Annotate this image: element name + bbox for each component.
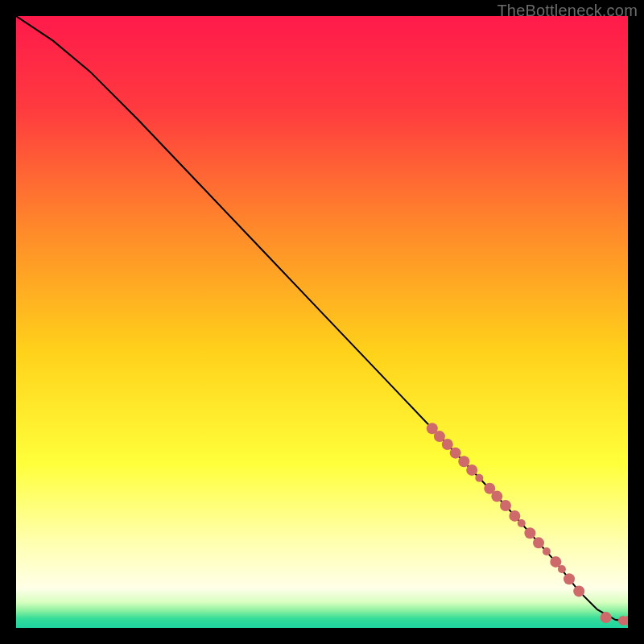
highlight-point [475,474,483,482]
highlight-point [573,585,584,597]
highlight-point [564,573,575,584]
highlight-point [450,448,461,459]
highlight-point [524,527,535,539]
highlight-point [601,612,612,623]
highlight-point [509,510,520,522]
plot-background [16,16,628,628]
chart-stage: TheBottleneck.com [0,0,644,644]
highlight-point [500,500,511,511]
highlight-point [558,565,566,573]
highlight-point [466,464,477,476]
highlight-point [442,439,453,450]
chart-svg [16,16,628,628]
highlight-point [434,431,445,442]
highlight-point [550,556,561,568]
highlight-point [533,537,544,548]
highlight-point [491,491,502,502]
highlight-point [458,456,469,467]
highlight-point [518,519,526,527]
highlight-point [543,547,551,555]
